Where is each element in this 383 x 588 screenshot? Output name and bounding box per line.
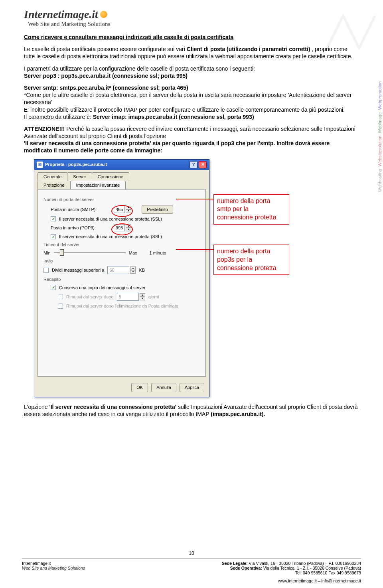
dialog-titlebar[interactable]: ✉ Proprietà - pop3s.pec.aruba.it ? ✕ <box>34 160 209 170</box>
label-split: Dividi messaggi superiori a <box>52 267 104 273</box>
paragraph-3: Server smtp: smtps.pec.aruba.it* (connes… <box>24 84 359 120</box>
timeout-slider[interactable] <box>54 252 126 253</box>
input-pop3-port[interactable]: 995 <box>114 224 125 231</box>
logo-text: Internetimage.it <box>24 8 98 21</box>
label-kb: KB <box>139 267 145 273</box>
label-max: Max <box>129 250 137 256</box>
timeout-value: 1 minuto <box>150 250 166 256</box>
tab-generale[interactable]: Generale <box>38 172 67 181</box>
footer-left: Internetimage.it Web Site and Marketing … <box>22 561 85 583</box>
callout-smtp: numero della porta smtp per la connessio… <box>213 194 289 225</box>
help-button[interactable]: ? <box>190 161 197 168</box>
window-icon: ✉ <box>37 162 43 168</box>
paragraph-2: I parametri da utilizzare per la configu… <box>24 65 359 79</box>
checkbox-ssl-in[interactable]: ✓ <box>51 234 56 239</box>
annotation-callouts: numero della porta smtp per la connessio… <box>213 159 289 397</box>
dialog-figure: ✉ Proprietà - pop3s.pec.aruba.it ? ✕ Gen… <box>34 159 359 397</box>
label-days: giorni <box>148 294 159 300</box>
tabs-row-2: Protezione Impostazioni avanzate <box>34 181 209 189</box>
section-ports: Numeri di porta del server <box>43 197 200 202</box>
section-send: Invio <box>43 258 200 264</box>
page-number: 10 <box>22 551 361 556</box>
split-spinner[interactable]: ▲▼ <box>130 266 136 274</box>
checkbox-ssl-out[interactable]: ✓ <box>51 216 56 221</box>
section-timeout: Timeout del server <box>43 242 200 247</box>
paragraph-4: ATTENZIONE!!! Perché la casella possa ri… <box>24 125 359 154</box>
label-min: Min <box>43 250 51 256</box>
checkbox-remove-deleted[interactable] <box>58 304 63 309</box>
tabs-row-1: Generale Server Connessione <box>34 170 209 181</box>
ok-button[interactable]: OK <box>131 383 148 392</box>
tab-panel-avanzate: Numeri di porta del server Posta in usci… <box>38 189 206 377</box>
dialog-footer: OK Annulla Applica <box>34 380 209 397</box>
smtp-spinner[interactable]: ▲▼ <box>126 206 131 213</box>
input-split-size[interactable]: 60 <box>107 266 129 274</box>
vertical-keywords: Webhosting Websitesolution Webimage Webp… <box>377 81 383 192</box>
label-keep-copy: Conserva una copia dei messaggi sul serv… <box>59 285 145 290</box>
pop3-spinner[interactable]: ▲▼ <box>126 224 131 231</box>
page-footer: 10 Internetimage.it Web Site and Marketi… <box>0 551 383 583</box>
checkbox-split[interactable] <box>43 268 49 273</box>
label-smtp: Posta in uscita (SMTP): <box>51 207 111 212</box>
label-remove-deleted: Rimuovi dal server dopo l'eliminazione d… <box>66 303 178 309</box>
paragraph-5: L'opzione 'Il server necessita di una co… <box>24 403 359 418</box>
cancel-button[interactable]: Annulla <box>151 383 176 392</box>
checkbox-keep-copy[interactable]: ✓ <box>51 285 56 290</box>
properties-dialog: ✉ Proprietà - pop3s.pec.aruba.it ? ✕ Gen… <box>34 159 209 397</box>
dialog-title: Proprietà - pop3s.pec.aruba.it <box>45 162 188 167</box>
callout-pop3: numero della porta pop3s per la connessi… <box>213 245 289 275</box>
checkbox-remove-after[interactable] <box>58 294 63 299</box>
input-remove-days[interactable]: 5 <box>117 293 139 301</box>
tab-avanzate[interactable]: Impostazioni avanzate <box>70 181 126 189</box>
tab-connessione[interactable]: Connessione <box>92 172 129 181</box>
label-pop3: Posta in arrivo (POP3): <box>51 225 111 231</box>
tab-server[interactable]: Server <box>67 172 92 181</box>
input-smtp-port[interactable]: 465 <box>114 206 125 213</box>
close-button[interactable]: ✕ <box>199 161 207 168</box>
default-button[interactable]: Predefinito <box>142 205 173 214</box>
days-spinner[interactable]: ▲▼ <box>140 293 145 300</box>
article-title: Come ricevere e consultare messaggi indi… <box>24 34 359 41</box>
logo: Internetimage.it Web Site and Marketing … <box>24 8 359 28</box>
label-remove-after: Rimuovi dal server dopo <box>66 294 114 300</box>
section-delivery: Recapito <box>43 276 200 282</box>
footer-right: Sede Legale: Via Vivaldi, 16 - 35020 Tri… <box>222 561 361 583</box>
tab-protezione[interactable]: Protezione <box>38 181 71 189</box>
logo-tagline: Web Site and Marketing Solutions <box>28 21 110 28</box>
paragraph-1: Le caselle di posta certificata possono … <box>24 45 359 60</box>
article-body: Webhosting Websitesolution Webimage Webp… <box>24 34 359 418</box>
label-ssl-out: Il server necessita di una connessione p… <box>59 216 162 222</box>
apply-button[interactable]: Applica <box>180 383 204 392</box>
label-ssl-in: Il server necessita di una connessione p… <box>59 234 162 239</box>
logo-dot-icon <box>100 11 107 18</box>
